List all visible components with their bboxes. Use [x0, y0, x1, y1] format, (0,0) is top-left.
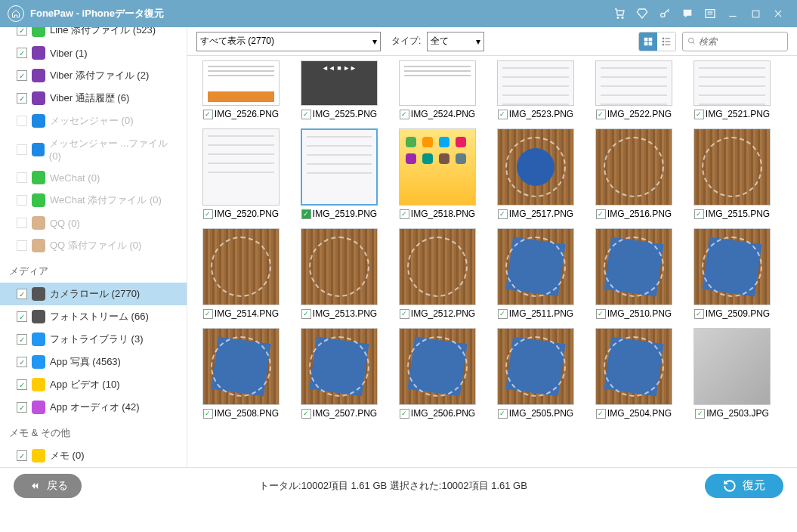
checkbox-icon[interactable]: ✓ [694, 110, 704, 119]
checkbox-icon[interactable]: ✓ [203, 309, 213, 319]
checkbox-icon[interactable]: ✓ [203, 110, 213, 119]
checkbox-icon[interactable]: ✓ [17, 27, 27, 36]
thumbnail-item[interactable]: ✓IMG_2511.PNG [493, 228, 579, 319]
checkbox-icon[interactable]: ✓ [17, 450, 27, 461]
thumbnail-item[interactable]: ✓IMG_2522.PNG [591, 60, 677, 119]
sidebar-item[interactable]: ✓Line 添付ファイル (523) [0, 27, 187, 42]
thumbnail-item[interactable]: ✓IMG_2523.PNG [493, 60, 579, 119]
thumbnail-item[interactable]: ✓IMG_2518.PNG [394, 128, 480, 219]
sidebar-item[interactable]: ✓フォトライブラリ (3) [0, 328, 187, 351]
checkbox-icon[interactable]: ✓ [400, 309, 409, 319]
thumbnail-item[interactable]: ✓IMG_2510.PNG [591, 228, 677, 319]
thumbnail-item[interactable]: ✓IMG_2507.PNG [296, 328, 382, 419]
feedback-icon[interactable] [679, 5, 696, 22]
checkbox-icon[interactable]: ✓ [17, 357, 27, 367]
thumbnail-image[interactable] [595, 228, 672, 305]
search-input[interactable] [699, 36, 783, 47]
thumbnail-item[interactable]: ✓IMG_2517.PNG [493, 128, 579, 219]
thumbnail-image[interactable] [399, 328, 476, 405]
sidebar-item[interactable]: ✓メモ (0) [0, 444, 187, 467]
thumbnail-image[interactable] [301, 328, 378, 405]
thumbnail-image[interactable] [202, 128, 280, 206]
checkbox-icon[interactable]: ✓ [596, 110, 606, 119]
type-dropdown[interactable]: 全て ▾ [427, 32, 484, 51]
sidebar-item[interactable]: ✓Viber 添付ファイル (2) [0, 64, 187, 87]
thumbnail-image[interactable] [497, 128, 574, 206]
checkbox-icon[interactable]: ✓ [695, 409, 705, 419]
sidebar-item[interactable]: ✓フォトストリーム (66) [0, 305, 187, 328]
sidebar-item[interactable]: ✓Viber 通話履歴 (6) [0, 87, 187, 110]
thumbnail-item[interactable]: ✓IMG_2513.PNG [296, 228, 382, 319]
thumbnail-item[interactable]: ✓IMG_2514.PNG [198, 228, 284, 319]
thumbnail-image[interactable] [301, 228, 378, 305]
back-button[interactable]: 戻る [14, 474, 82, 498]
thumbnail-item[interactable]: ✓IMG_2520.PNG [198, 128, 284, 219]
thumbnail-item[interactable]: ✓IMG_2503.JPG [689, 328, 775, 419]
checkbox-icon[interactable]: ✓ [400, 409, 409, 419]
thumbnail-image[interactable] [497, 328, 574, 405]
thumbnail-item[interactable]: ✓IMG_2521.PNG [689, 60, 775, 119]
thumbnail-item[interactable]: ✓IMG_2512.PNG [394, 228, 480, 319]
thumbnail-image[interactable] [202, 60, 280, 106]
checkbox-icon[interactable]: ✓ [498, 409, 508, 419]
checkbox-icon[interactable]: ✓ [17, 402, 27, 413]
thumbnail-image[interactable] [399, 128, 476, 206]
checkbox-icon[interactable]: ✓ [596, 409, 606, 419]
close-icon[interactable] [770, 5, 786, 22]
checkbox-icon[interactable]: ✓ [203, 209, 213, 219]
thumbnail-item[interactable]: ✓IMG_2504.PNG [591, 328, 677, 419]
key-icon[interactable] [656, 5, 673, 22]
thumbnail-image[interactable] [694, 328, 771, 405]
thumbnail-item[interactable]: ✓IMG_2516.PNG [591, 128, 677, 219]
grid-view-button[interactable] [639, 32, 657, 51]
list-view-button[interactable] [657, 32, 675, 51]
thumbnail-image[interactable] [301, 60, 378, 106]
thumbnail-item[interactable]: ✓IMG_2506.PNG [394, 328, 480, 419]
thumbnail-item[interactable]: ✓IMG_2515.PNG [689, 128, 775, 219]
checkbox-icon[interactable]: ✓ [17, 93, 27, 104]
thumbnail-image[interactable] [694, 60, 771, 106]
checkbox-icon[interactable]: ✓ [498, 309, 508, 319]
cart-icon[interactable] [611, 5, 628, 22]
minimize-icon[interactable] [724, 5, 741, 22]
home-icon[interactable] [8, 5, 24, 22]
checkbox-icon[interactable]: ✓ [17, 379, 27, 390]
checkbox-icon[interactable]: ✓ [17, 334, 27, 345]
checkbox-icon[interactable]: ✓ [400, 209, 409, 219]
checkbox-icon[interactable]: ✓ [596, 309, 606, 319]
thumbnail-item[interactable]: ✓IMG_2526.PNG [198, 60, 284, 119]
menu-icon[interactable] [702, 5, 718, 22]
checkbox-icon[interactable]: ✓ [301, 209, 311, 219]
filter-dropdown[interactable]: すべて表示 (2770) ▾ [196, 32, 381, 51]
sidebar[interactable]: ✓Line 添付ファイル (523)✓Viber (1)✓Viber 添付ファイ… [0, 27, 187, 467]
checkbox-icon[interactable]: ✓ [301, 409, 311, 419]
thumbnail-image[interactable] [202, 228, 280, 305]
thumbnail-image[interactable] [497, 60, 574, 106]
thumbnail-item[interactable]: ✓IMG_2524.PNG [394, 60, 480, 119]
thumbnail-image[interactable] [399, 60, 476, 106]
checkbox-icon[interactable]: ✓ [203, 409, 213, 419]
restore-button[interactable]: 復元 [705, 474, 783, 498]
diamond-icon[interactable] [634, 5, 650, 22]
sidebar-item[interactable]: ✓カメラロール (2770) [0, 283, 187, 305]
thumbnail-image[interactable] [595, 328, 672, 405]
checkbox-icon[interactable]: ✓ [694, 309, 704, 319]
checkbox-icon[interactable]: ✓ [596, 209, 606, 219]
thumbnail-image[interactable] [399, 228, 476, 305]
checkbox-icon[interactable]: ✓ [17, 289, 27, 299]
checkbox-icon[interactable]: ✓ [17, 48, 27, 58]
checkbox-icon[interactable]: ✓ [301, 110, 311, 119]
maximize-icon[interactable] [747, 5, 764, 22]
checkbox-icon[interactable]: ✓ [301, 309, 311, 319]
sidebar-item[interactable]: ✓App 写真 (4563) [0, 351, 187, 373]
checkbox-icon[interactable]: ✓ [694, 209, 704, 219]
thumbnail-item[interactable]: ✓IMG_2505.PNG [493, 328, 579, 419]
sidebar-item[interactable]: ✓App ビデオ (10) [0, 373, 187, 396]
thumbnail-item[interactable]: ✓IMG_2508.PNG [198, 328, 284, 419]
thumbnail-image[interactable] [497, 228, 574, 305]
thumbnail-item[interactable]: ✓IMG_2519.PNG [296, 128, 382, 219]
thumbnail-image[interactable] [595, 60, 672, 106]
thumbnail-image[interactable] [694, 128, 771, 206]
thumbnail-gallery[interactable]: ✓IMG_2526.PNG✓IMG_2525.PNG✓IMG_2524.PNG✓… [187, 56, 797, 467]
checkbox-icon[interactable]: ✓ [498, 209, 508, 219]
